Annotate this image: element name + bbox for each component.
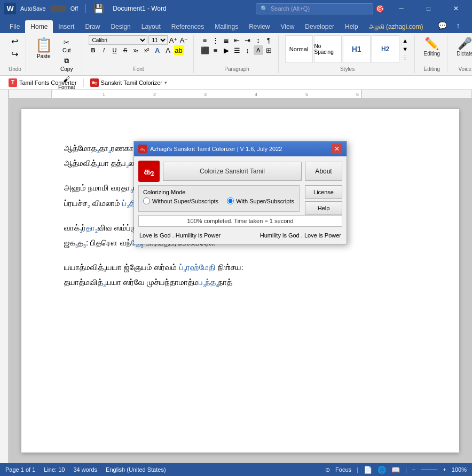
dialog-body: க₂ Colorize Sanskrit Tamil About Coloriz… (134, 156, 347, 244)
focus-icon[interactable]: ⊙ (325, 466, 330, 473)
tab-help[interactable]: Help (340, 20, 364, 33)
tab-mailings[interactable]: Mailings (209, 20, 243, 33)
autosave-toggle[interactable] (50, 5, 66, 12)
tamil-fonts-converter-addin[interactable]: T Tamil Fonts Converter (4, 77, 81, 88)
minimize-btn[interactable]: ─ (389, 0, 413, 17)
strikethrough-btn[interactable]: S (121, 45, 130, 55)
style-heading1[interactable]: H1 (343, 35, 371, 63)
close-btn[interactable]: ✕ (444, 0, 468, 17)
tab-draw[interactable]: Draw (80, 20, 105, 33)
tab-home[interactable]: Home (25, 20, 53, 33)
align-right-btn[interactable]: ▶ (222, 45, 231, 55)
styles-scroll-up[interactable]: ▲ (400, 36, 410, 45)
editing-items: ✏️ Editing (421, 35, 443, 65)
tab-layout[interactable]: Layout (136, 20, 166, 33)
text-effects-btn[interactable]: A (153, 45, 162, 55)
colorize-btn[interactable]: Colorize Sanskrit Tamil (163, 162, 302, 181)
borders-btn[interactable]: ⊞ (264, 45, 274, 55)
share-btn[interactable]: ↑ (449, 19, 468, 32)
help-btn[interactable]: Help (305, 201, 342, 215)
maximize-btn[interactable]: □ (416, 0, 440, 17)
radio-without-subscripts[interactable]: Without Super/Subscripts (143, 197, 218, 204)
styles-expand[interactable]: ⋮ (400, 53, 410, 62)
view-read-icon[interactable]: 📖 (391, 466, 400, 474)
word-logo: W (4, 3, 16, 14)
tab-file[interactable]: File (4, 20, 25, 33)
about-btn[interactable]: About (305, 162, 342, 181)
editing-group: ✏️ Editing Editing (417, 35, 448, 73)
shading-btn[interactable]: A (254, 45, 263, 55)
tab-azhagi[interactable]: அழகி (azhagi.com) (364, 20, 429, 33)
tab-insert[interactable]: Insert (53, 20, 80, 33)
multilevel-btn[interactable]: ≣ (222, 35, 231, 45)
copy-btn[interactable]: ⧉Copy (56, 55, 77, 73)
sanskrit-colorizer-addin[interactable]: க₂ Sanskrit Tamil Colorizer ▾ (86, 77, 171, 88)
style-no-spacing[interactable]: No Spacing (314, 35, 342, 63)
zoom-in-btn[interactable]: + (443, 466, 446, 473)
dialog-title-bar: க₂ Azhagi's Sanskrit Tamil Colorizer | V… (134, 141, 347, 156)
save-icon[interactable]: 💾 (93, 4, 104, 14)
bullets-btn[interactable]: ≡ (200, 35, 210, 45)
tab-references[interactable]: References (166, 20, 209, 33)
highlight-btn[interactable]: ab (174, 45, 184, 55)
subscript-btn[interactable]: x₂ (131, 45, 141, 55)
paste-btn[interactable]: 📋 Paste (33, 35, 55, 61)
zoom-level: 100% (452, 466, 467, 473)
ribbon-collapse-btn[interactable]: 🎯 (373, 2, 386, 15)
radio-without-input[interactable] (143, 197, 150, 204)
numbering-btn[interactable]: ⋮ (211, 35, 221, 45)
dictate-btn[interactable]: 🎤 Dictate (454, 35, 472, 58)
license-btn[interactable]: License (305, 185, 342, 199)
decrease-font-btn[interactable]: A⁻ (179, 35, 189, 45)
italic-btn[interactable]: I (99, 45, 109, 55)
underline-btn[interactable]: U (110, 45, 120, 55)
radio-with-subscripts[interactable]: With Super/Subscripts (227, 197, 294, 204)
font-name-select[interactable]: Calibri (89, 35, 147, 45)
redo-btn[interactable]: ↪ (9, 48, 20, 60)
tab-review[interactable]: Review (243, 20, 275, 33)
bold-btn[interactable]: B (89, 45, 98, 55)
tab-view[interactable]: View (276, 20, 300, 33)
style-normal[interactable]: Normal (285, 35, 313, 63)
zoom-out-btn[interactable]: − (412, 466, 415, 473)
decrease-indent-btn[interactable]: ⇤ (232, 35, 242, 45)
svg-text:2: 2 (153, 92, 156, 97)
undo-btn[interactable]: ↩ (9, 35, 20, 47)
cut-btn[interactable]: ✂Cut (56, 37, 77, 54)
left-ruler (0, 98, 9, 463)
paragraph-controls: ≡ ⋮ ≣ ⇤ ⇥ ↕ ¶ ⬛ ≡ ▶ ☰ ↕ A ⊞ (200, 35, 274, 55)
radio-with-input[interactable] (227, 197, 234, 204)
align-center-btn[interactable]: ≡ (211, 45, 221, 55)
tab-developer[interactable]: Developer (300, 20, 340, 33)
colorizing-mode-section: Colorizing Mode Without Super/Subscripts… (138, 185, 300, 212)
sort-btn[interactable]: ↕ (254, 35, 263, 45)
tamil-fonts-icon: T (9, 78, 17, 87)
superscript-btn[interactable]: x² (142, 45, 152, 55)
font-size-select[interactable]: 11 (148, 35, 168, 45)
dictate-icon: 🎤 (458, 37, 472, 51)
style-heading2[interactable]: H2 (372, 35, 399, 63)
search-box[interactable]: 🔍 Search (Alt+Q) (256, 3, 373, 14)
justify-btn[interactable]: ☰ (232, 45, 242, 55)
increase-indent-btn[interactable]: ⇥ (243, 35, 253, 45)
show-formatting-btn[interactable]: ¶ (264, 35, 274, 45)
zoom-slider[interactable]: ──── (421, 466, 437, 473)
styles-scroll-down[interactable]: ▼ (400, 45, 410, 53)
undo-group: ↩ ↪ Undo (4, 35, 26, 73)
dialog-side-btns: License Help (305, 185, 342, 215)
sanskrit-colorizer-label: Sanskrit Tamil Colorizer (101, 80, 162, 86)
view-web-icon[interactable]: 🌐 (377, 466, 386, 474)
comments-btn[interactable]: 💬 (436, 19, 449, 32)
text-color-btn[interactable]: A (163, 45, 173, 55)
focus-label: Focus (335, 466, 351, 473)
status-bar: Page 1 of 1 Line: 10 34 words English (U… (0, 463, 472, 476)
tab-design[interactable]: Design (105, 20, 136, 33)
dialog-close-btn[interactable]: ✕ (332, 144, 342, 154)
line-spacing-btn[interactable]: ↕ (243, 45, 253, 55)
increase-font-btn[interactable]: A⁺ (169, 35, 178, 45)
document-scroll[interactable]: க₂ Azhagi's Sanskrit Tamil Colorizer | V… (9, 98, 472, 463)
align-left-btn[interactable]: ⬛ (200, 45, 210, 55)
addin-dropdown-icon[interactable]: ▾ (164, 80, 167, 85)
view-print-icon[interactable]: 📄 (364, 466, 372, 474)
editing-btn[interactable]: ✏️ Editing (421, 35, 443, 58)
